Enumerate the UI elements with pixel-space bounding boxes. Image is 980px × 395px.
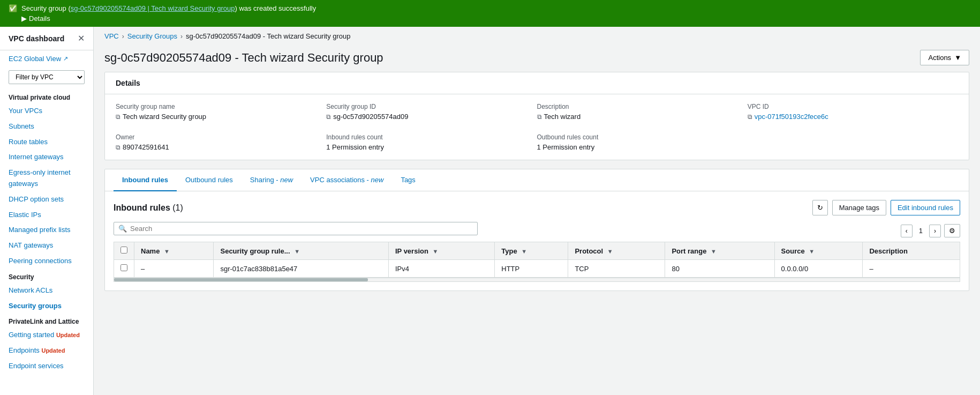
details-card-header: Details xyxy=(105,72,969,94)
sort-port-icon[interactable]: ▼ xyxy=(711,248,717,255)
select-all-checkbox[interactable] xyxy=(120,247,127,254)
sidebar-item-prefix-lists[interactable]: Managed prefix lists xyxy=(0,222,93,238)
table-controls: 🔍 ‹ 1 › ⚙ xyxy=(114,222,960,240)
breadcrumb-sep-1: › xyxy=(122,33,124,40)
tabs-container: Inbound rules Outbound rules Sharing - n… xyxy=(104,169,969,291)
tab-tags[interactable]: Tags xyxy=(392,169,424,191)
banner-message: Security group (sg-0c57d90205574ad09 | T… xyxy=(21,4,316,12)
breadcrumb-current: sg-0c57d90205574ad09 - Tech wizard Secur… xyxy=(186,32,351,40)
scroll-thumb xyxy=(114,278,368,281)
sidebar-item-endpoints[interactable]: Endpoints Updated xyxy=(0,343,93,359)
tab-outbound-rules[interactable]: Outbound rules xyxy=(177,169,242,191)
copy-desc-icon[interactable]: ⧉ xyxy=(537,113,542,121)
sidebar-item-dhcp[interactable]: DHCP option sets xyxy=(0,192,93,207)
sort-rule-icon[interactable]: ▼ xyxy=(294,248,300,255)
sidebar-item-nat-gateways[interactable]: NAT gateways xyxy=(0,238,93,254)
vpc-id-link[interactable]: vpc-071f50193c2fece6c xyxy=(755,113,828,121)
close-icon[interactable]: ✕ xyxy=(78,33,85,43)
sidebar-item-egress-gateways[interactable]: Egress-only internet gateways xyxy=(0,165,93,192)
detail-outbound-count: Outbound rules count 1 Permission entry xyxy=(537,133,748,151)
filter-vpc-container: Filter by VPC xyxy=(0,67,93,90)
sidebar-section-vpc-title: Virtual private cloud xyxy=(0,90,93,103)
refresh-button[interactable]: ↻ xyxy=(812,200,828,215)
sort-protocol-icon[interactable]: ▼ xyxy=(607,248,613,255)
detail-sg-name: Security group name ⧉ Tech wizard Securi… xyxy=(116,103,326,121)
header-rule-id: Security group rule... ▼ xyxy=(214,242,388,260)
sidebar: VPC dashboard ✕ EC2 Global View ↗ Filter… xyxy=(0,27,94,395)
details-card: Details Security group name ⧉ Tech wizar… xyxy=(104,72,969,160)
sidebar-header: VPC dashboard ✕ xyxy=(0,27,93,50)
banner-details-toggle[interactable]: ▶ Details xyxy=(21,14,971,23)
page-title: sg-0c57d90205574ad09 - Tech wizard Secur… xyxy=(104,51,383,65)
tab-sharing[interactable]: Sharing - new xyxy=(242,169,301,191)
banner-sg-link[interactable]: sg-0c57d90205574ad09 | Tech wizard Secur… xyxy=(71,4,235,12)
row-description: – xyxy=(863,260,960,278)
settings-icon: ⚙ xyxy=(949,227,955,235)
copy-sg-name-icon[interactable]: ⧉ xyxy=(116,113,120,121)
sidebar-item-network-acls[interactable]: Network ACLs xyxy=(0,283,93,299)
refresh-icon: ↻ xyxy=(817,204,823,212)
sidebar-section-privatelink: PrivateLink and Lattice Getting started … xyxy=(0,314,93,374)
actions-button[interactable]: Actions ▼ xyxy=(920,50,969,65)
success-icon: ✅ xyxy=(9,4,17,12)
copy-vpc-id-icon[interactable]: ⧉ xyxy=(748,113,752,121)
header-name: Name ▼ xyxy=(134,242,214,260)
edit-inbound-rules-button[interactable]: Edit inbound rules xyxy=(891,200,960,215)
search-input[interactable] xyxy=(130,225,473,233)
detail-empty xyxy=(748,133,958,151)
detail-sg-id: Security group ID ⧉ sg-0c57d90205574ad09 xyxy=(326,103,537,121)
row-port-range: 80 xyxy=(665,260,774,278)
sidebar-item-endpoint-services[interactable]: Endpoint services xyxy=(0,359,93,374)
table-row: – sgr-01c7ac838b81a5e47 IPv4 HTTP TCP 80… xyxy=(114,260,960,278)
copy-owner-icon[interactable]: ⧉ xyxy=(116,144,120,151)
page-number: 1 xyxy=(915,225,927,237)
sidebar-section-security: Security Network ACLs Security groups xyxy=(0,269,93,314)
table-settings-button[interactable]: ⚙ xyxy=(944,224,960,237)
tab-inbound-rules[interactable]: Inbound rules xyxy=(114,169,177,191)
ec2-global-view-link[interactable]: EC2 Global View ↗ xyxy=(0,50,93,67)
chevron-down-icon: ▼ xyxy=(954,54,961,62)
pagination: ‹ 1 › xyxy=(901,225,941,237)
search-bar[interactable]: 🔍 xyxy=(114,222,478,235)
header-type: Type ▼ xyxy=(495,242,568,260)
tab-vpc-associations[interactable]: VPC associations - new xyxy=(301,169,392,191)
next-page-button[interactable]: › xyxy=(929,225,941,237)
sort-name-icon[interactable]: ▼ xyxy=(164,248,170,255)
copy-sg-id-icon[interactable]: ⧉ xyxy=(326,113,331,121)
sidebar-item-your-vpcs[interactable]: Your VPCs xyxy=(0,103,93,119)
sort-ip-icon[interactable]: ▼ xyxy=(432,248,438,255)
rules-table-container: Name ▼ Security group rule... ▼ IP versi… xyxy=(114,242,960,278)
sidebar-section-security-title: Security xyxy=(0,269,93,283)
sort-type-icon[interactable]: ▼ xyxy=(521,248,527,255)
tabs-bar: Inbound rules Outbound rules Sharing - n… xyxy=(105,169,969,191)
horizontal-scrollbar[interactable] xyxy=(114,278,960,282)
row-checkbox[interactable] xyxy=(120,264,127,271)
row-protocol: TCP xyxy=(568,260,665,278)
row-type: HTTP xyxy=(495,260,568,278)
external-link-icon: ↗ xyxy=(63,55,68,62)
manage-tags-button[interactable]: Manage tags xyxy=(832,200,886,215)
sidebar-section-vpc: Virtual private cloud Your VPCs Subnets … xyxy=(0,90,93,269)
inbound-title: Inbound rules (1) xyxy=(114,203,183,213)
inbound-header: Inbound rules (1) ↻ Manage tags Edit inb… xyxy=(114,200,960,215)
sidebar-item-getting-started[interactable]: Getting started Updated xyxy=(0,327,93,343)
header-source: Source ▼ xyxy=(774,242,863,260)
sidebar-item-security-groups[interactable]: Security groups xyxy=(0,299,93,314)
sidebar-section-privatelink-title: PrivateLink and Lattice xyxy=(0,314,93,327)
breadcrumb-vpc-link[interactable]: VPC xyxy=(104,32,119,40)
sidebar-item-peering[interactable]: Peering connections xyxy=(0,254,93,269)
inbound-rules-content: Inbound rules (1) ↻ Manage tags Edit inb… xyxy=(105,191,969,290)
breadcrumb: VPC › Security Groups › sg-0c57d90205574… xyxy=(94,27,980,46)
sidebar-title: VPC dashboard xyxy=(9,34,64,43)
table-header-row: Name ▼ Security group rule... ▼ IP versi… xyxy=(114,242,960,260)
details-grid-row1: Security group name ⧉ Tech wizard Securi… xyxy=(105,94,969,129)
breadcrumb-sg-link[interactable]: Security Groups xyxy=(127,32,177,40)
sidebar-item-elastic-ips[interactable]: Elastic IPs xyxy=(0,207,93,223)
sidebar-item-internet-gateways[interactable]: Internet gateways xyxy=(0,150,93,165)
filter-vpc-select[interactable]: Filter by VPC xyxy=(9,70,85,84)
sidebar-item-route-tables[interactable]: Route tables xyxy=(0,135,93,150)
sort-source-icon[interactable]: ▼ xyxy=(809,248,815,255)
sidebar-item-subnets[interactable]: Subnets xyxy=(0,119,93,135)
prev-page-button[interactable]: ‹ xyxy=(901,225,913,237)
content-area: VPC › Security Groups › sg-0c57d90205574… xyxy=(94,27,980,395)
